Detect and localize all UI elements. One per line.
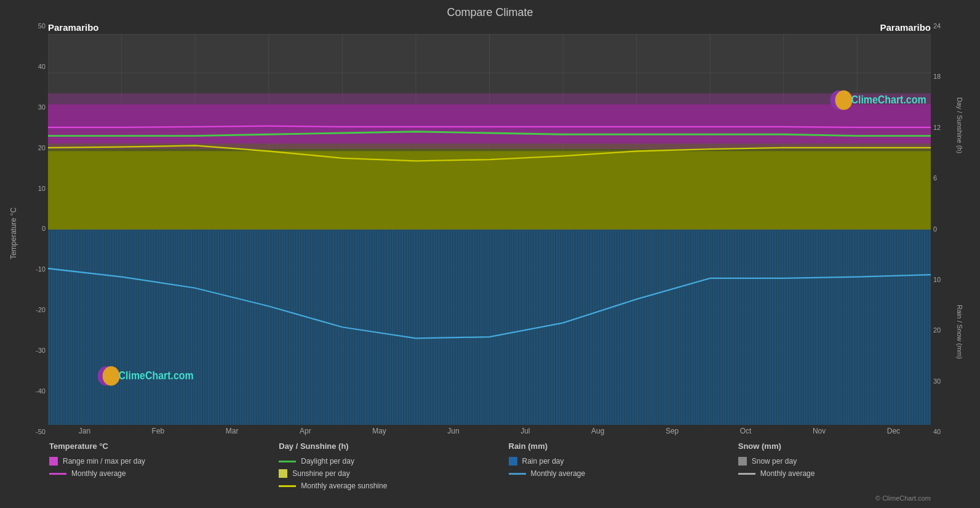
y-tick-n10: -10 [36, 265, 46, 273]
svg-text:ClimeChart.com: ClimeChart.com [119, 369, 194, 382]
svg-rect-28 [48, 230, 931, 425]
location-label-left: Paramaribo [48, 22, 99, 33]
y-tick-right-30: 30 [933, 377, 941, 385]
legend-title-snow: Snow (mm) [738, 441, 968, 451]
y-axis-right-bottom-label-container: Rain / Snow (mm) [953, 229, 966, 436]
y-tick-n50: -50 [36, 428, 46, 435]
x-tick-aug: Aug [591, 427, 604, 435]
legend-box-temp-range [49, 457, 58, 466]
y-tick-n20: -20 [36, 306, 46, 313]
x-tick-jan: Jan [79, 427, 90, 435]
y-tick-right-24: 24 [933, 22, 941, 30]
page-container: Compare Climate Temperature °C 50 40 30 … [0, 0, 980, 508]
svg-point-34 [103, 366, 120, 386]
legend-title-temperature: Temperature °C [49, 441, 279, 451]
x-tick-sep: Sep [666, 427, 679, 435]
y-tick-right-12: 12 [933, 124, 941, 131]
y-axis-right: 24 18 12 6 0 10 20 30 40 Day / Sunshine … [931, 22, 968, 435]
x-tick-dec: Dec [887, 427, 900, 435]
y-tick-right-10: 10 [933, 276, 941, 283]
legend-item-rain-day: Rain per day [509, 457, 738, 466]
x-tick-jul: Jul [520, 427, 530, 435]
legend-item-snow-avg: Monthly average [738, 469, 968, 478]
legend-label-rain-day: Rain per day [522, 457, 564, 466]
legend-label-sunshine-day: Sunshine per day [292, 469, 349, 478]
x-tick-apr: Apr [300, 427, 311, 435]
legend-col-snow: Snow (mm) Snow per day Monthly average [738, 441, 968, 490]
legend-col-temperature: Temperature °C Range min / max per day M… [49, 441, 279, 490]
chart-top-labels: Paramaribo Paramaribo [48, 22, 931, 33]
x-tick-feb: Feb [152, 427, 165, 435]
legend-line-daylight [279, 461, 296, 462]
x-tick-oct: Oct [740, 427, 752, 435]
legend-item-sunshine-avg: Monthly average sunshine [279, 482, 508, 490]
legend-col-rain: Rain (mm) Rain per day Monthly average [509, 441, 738, 490]
x-tick-may: May [372, 427, 386, 435]
x-tick-mar: Mar [226, 427, 239, 435]
y-tick-right-40: 40 [933, 428, 941, 435]
svg-point-37 [835, 91, 853, 110]
y-tick-50: 50 [38, 22, 46, 30]
legend-box-sunshine-day [279, 469, 287, 478]
y-axis-left: Temperature °C 50 40 30 20 10 0 -10 -20 … [12, 22, 48, 435]
y-tick-n40: -40 [36, 387, 46, 395]
legend-item-temp-range: Range min / max per day [49, 457, 279, 466]
chart-wrapper: Temperature °C 50 40 30 20 10 0 -10 -20 … [12, 22, 968, 435]
legend-box-rain-day [509, 457, 517, 466]
y-tick-20: 20 [38, 144, 46, 151]
legend-item-temp-avg: Monthly average [49, 469, 279, 478]
legend-item-sunshine-day: Sunshine per day [279, 469, 508, 478]
legend-item-snow-day: Snow per day [738, 457, 968, 466]
legend-line-temp-avg [49, 473, 66, 475]
legend-label-rain-avg: Monthly average [531, 469, 586, 478]
y-tick-right-18: 18 [933, 73, 941, 80]
y-tick-right-6: 6 [933, 174, 937, 182]
legend-label-daylight: Daylight per day [301, 457, 354, 466]
legend-box-snow-day [738, 457, 747, 466]
y-axis-right-top-label: Day / Sunshine (h) [956, 97, 963, 153]
legend-label-temp-range: Range min / max per day [63, 457, 145, 466]
y-axis-right-bottom-label: Rain / Snow (mm) [956, 305, 963, 359]
legend-label-sunshine-avg: Monthly average sunshine [301, 482, 387, 490]
legend-label-snow-avg: Monthly average [760, 469, 815, 478]
legend-area: Temperature °C Range min / max per day M… [12, 435, 968, 493]
legend-col-sunshine: Day / Sunshine (h) Daylight per day Suns… [279, 441, 508, 490]
y-axis-left-label: Temperature °C [9, 207, 18, 259]
y-axis-right-top-label-container: Day / Sunshine (h) [953, 22, 966, 229]
location-label-right: Paramaribo [880, 22, 931, 33]
y-tick-0: 0 [42, 225, 46, 232]
legend-title-rain: Rain (mm) [509, 441, 738, 451]
copyright: © ClimeChart.com [12, 494, 968, 502]
y-axis-right-labels: Day / Sunshine (h) Rain / Snow (mm) [953, 22, 966, 435]
x-tick-nov: Nov [813, 427, 826, 435]
svg-rect-32 [48, 93, 931, 149]
legend-label-temp-avg: Monthly average [71, 469, 126, 478]
x-tick-jun: Jun [447, 427, 459, 435]
x-axis-labels: Jan Feb Mar Apr May Jun Jul Aug Sep Oct … [48, 427, 931, 435]
page-title: Compare Climate [12, 6, 968, 19]
y-tick-30: 30 [38, 103, 46, 111]
legend-title-sunshine: Day / Sunshine (h) [279, 441, 508, 451]
y-tick-40: 40 [38, 63, 46, 70]
legend-line-rain-avg [509, 473, 526, 475]
legend-line-sunshine-avg [279, 485, 296, 487]
y-tick-10: 10 [38, 185, 46, 192]
chart-area: Paramaribo Paramaribo [48, 22, 931, 435]
chart-svg: ClimeChart.com ClimeChart.com [48, 34, 931, 425]
legend-label-snow-day: Snow per day [752, 457, 797, 466]
y-tick-right-0: 0 [933, 225, 937, 233]
chart-svg-container: ClimeChart.com ClimeChart.com [48, 34, 931, 425]
legend-item-rain-avg: Monthly average [509, 469, 738, 478]
y-ticks-right-container: 24 18 12 6 0 10 20 30 40 [931, 22, 953, 435]
y-tick-n30: -30 [36, 347, 46, 354]
legend-line-snow-avg [738, 473, 755, 475]
svg-text:ClimeChart.com: ClimeChart.com [851, 94, 926, 106]
y-tick-right-20: 20 [933, 326, 941, 334]
legend-item-daylight: Daylight per day [279, 457, 508, 466]
